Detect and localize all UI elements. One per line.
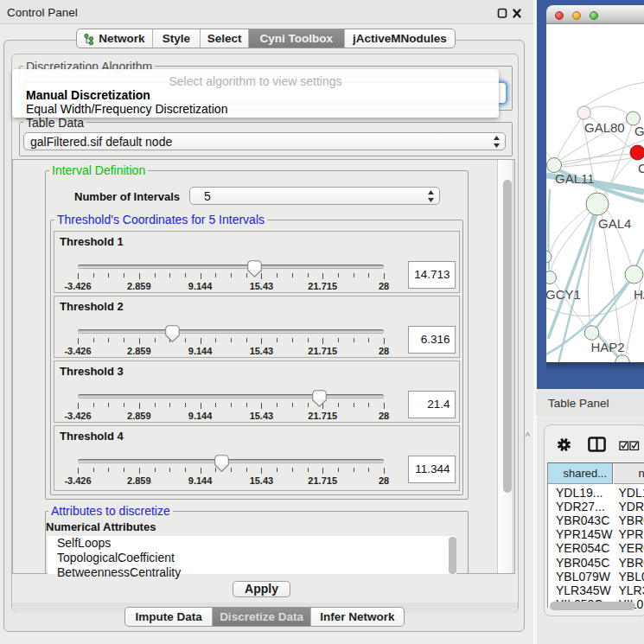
svg-text:GAL: GAL [634,124,644,138]
svg-text:GAL80: GAL80 [584,120,625,135]
svg-text:GAL4: GAL4 [598,216,631,231]
svg-text:HAP2: HAP2 [591,340,625,354]
svg-text:CD: CD [638,161,644,175]
svg-text:HA: HA [634,287,644,302]
svg-text:GAL11: GAL11 [555,171,595,186]
svg-text:GCY1: GCY1 [546,287,581,302]
